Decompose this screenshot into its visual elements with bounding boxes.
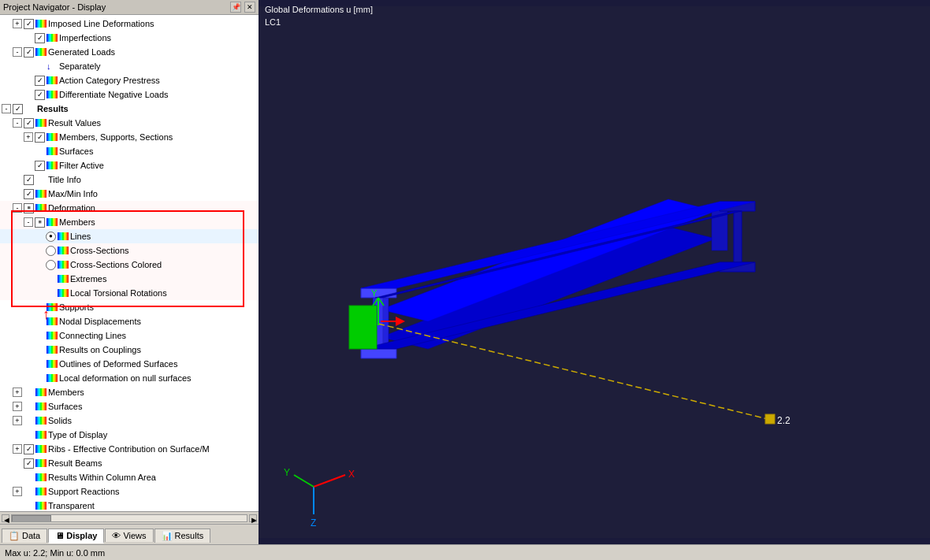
checkbox[interactable] [35,161,45,171]
tree-item[interactable]: -Deformation [0,201,259,215]
expand-button[interactable]: + [13,388,22,397]
tree-item[interactable]: Connecting Lines [0,328,259,343]
tree-item[interactable]: Max/Min Info [0,187,259,201]
tree-item[interactable]: Filter Active [0,158,259,172]
tree-item[interactable]: Result Beams [0,456,259,470]
tree-item[interactable]: Differentiate Negative Loads [0,87,259,102]
tree-item[interactable]: -Members [0,215,259,229]
horizontal-scrollbar[interactable]: ◄ ► [0,511,259,524]
expand-button[interactable]: + [13,444,22,454]
gradient-icon [46,76,58,84]
tree-item[interactable]: Action Category Prestress [0,73,259,87]
tree-item[interactable]: Nodal Displacements [0,314,259,328]
tree-item-label: Results on Couplings [59,343,141,356]
checkbox[interactable] [35,217,45,228]
tree-item[interactable]: +Support Reactions [0,484,259,499]
svg-marker-10 [734,211,742,262]
tab-display[interactable]: 🖥 Display [48,528,104,543]
tree-item[interactable]: -Generated Loads [0,45,259,59]
checkbox[interactable] [24,458,34,469]
checkbox[interactable] [24,175,34,185]
scroll-right-btn[interactable]: ► [249,514,257,522]
checkbox[interactable] [35,33,45,43]
svg-marker-6 [361,288,396,298]
tree-container[interactable]: +Imposed Line DeformationsImperfections-… [0,15,259,511]
expand-button[interactable]: - [13,47,22,57]
expand-button[interactable]: + [13,416,22,425]
gradient-icon [35,190,46,198]
tree-item[interactable]: Cross-Sections [0,243,259,258]
tree-item[interactable]: Transparent [0,499,259,511]
bottom-tabs: 📋 Data 🖥 Display 👁 Views 📊 Results [0,524,259,544]
tree-item[interactable]: Imperfections [0,31,259,45]
tree-item[interactable]: Outlines of Deformed Surfaces [0,357,259,371]
expand-button[interactable]: + [13,487,22,496]
checkbox[interactable] [35,90,45,100]
tree-item[interactable]: Supports [0,300,259,314]
tab-data[interactable]: 📋 Data [2,528,47,543]
tree-item[interactable]: Cross-Sections Colored [0,258,259,272]
checkbox[interactable] [24,444,34,454]
gradient-icon [46,303,58,311]
radio-button[interactable] [46,260,56,270]
tree-item[interactable]: Surfaces [0,144,259,158]
expand-button[interactable]: + [13,19,22,28]
tree-item[interactable]: -Results [0,102,259,116]
tree-item-label: Action Category Prestress [59,74,160,87]
gradient-icon [35,473,46,481]
panel-pin-button[interactable]: 📌 [230,2,241,13]
gradient-icon [46,346,58,354]
tree-item-label: Connecting Lines [59,329,126,342]
scroll-track[interactable] [11,514,247,522]
tree-item[interactable]: ↓Separately [0,59,259,73]
checkbox[interactable] [24,118,34,128]
tree-item[interactable]: Results Within Column Area [0,470,259,484]
expand-button[interactable]: - [2,104,11,113]
radio-button[interactable] [46,246,56,256]
expand-button[interactable]: - [13,203,22,213]
tree-item[interactable]: -Result Values [0,116,259,130]
expand-button[interactable]: - [24,217,33,227]
checkbox[interactable] [24,47,34,57]
tree-item[interactable]: +Surfaces [0,399,259,414]
checkbox[interactable] [24,189,34,199]
tab-views[interactable]: 👁 Views [105,528,153,542]
checkbox[interactable] [35,76,45,86]
tree-item[interactable]: Extremes [0,272,259,286]
tree-item-label: Nodal Displacements [59,315,141,328]
gradient-icon [35,48,46,56]
scroll-left-btn[interactable]: ◄ [2,514,9,522]
tree-item-label: Surfaces [48,400,82,413]
tree-item[interactable]: Type of Display [0,428,259,442]
panel-controls[interactable]: 📌 ✕ [230,2,255,13]
tree-item-label: Members [48,386,84,399]
checkbox[interactable] [35,132,45,143]
tab-results[interactable]: 📊 Results [154,528,211,543]
tree-item[interactable]: +Members [0,385,259,399]
gradient-icon [46,133,58,141]
tree-item[interactable]: Results on Couplings [0,343,259,357]
tree-item-label: Local Torsional Rotations [70,287,167,299]
tree-item[interactable]: Local deformation on null surfaces [0,371,259,385]
tree-item-label: Generated Loads [48,46,115,58]
expand-button[interactable]: + [13,402,22,411]
tree-item[interactable]: +Members, Supports, Sections [0,130,259,144]
scroll-thumb[interactable] [12,515,51,522]
tree-item[interactable]: +Imposed Line Deformations [0,17,259,31]
panel-close-button[interactable]: ✕ [244,2,255,13]
expand-button[interactable]: + [24,132,33,142]
checkbox[interactable] [24,203,34,213]
tree-item[interactable]: Title Info [0,172,259,187]
svg-text:Z: Z [311,517,316,528]
radio-button[interactable] [46,232,56,242]
tree-item[interactable]: +Solids [0,414,259,428]
tree-item[interactable]: Lines [0,229,259,243]
tree-item[interactable]: Local Torsional Rotations [0,286,259,300]
tree-item-label: Ribs - Effective Contribution on Surface… [48,443,210,455]
expand-button[interactable]: - [13,118,22,128]
expand-placeholder [24,76,33,85]
checkbox[interactable] [13,104,23,114]
checkbox[interactable] [24,19,34,29]
tree-item[interactable]: +Ribs - Effective Contribution on Surfac… [0,442,259,456]
status-text: Max u: 2.2; Min u: 0.0 mm [5,548,105,558]
